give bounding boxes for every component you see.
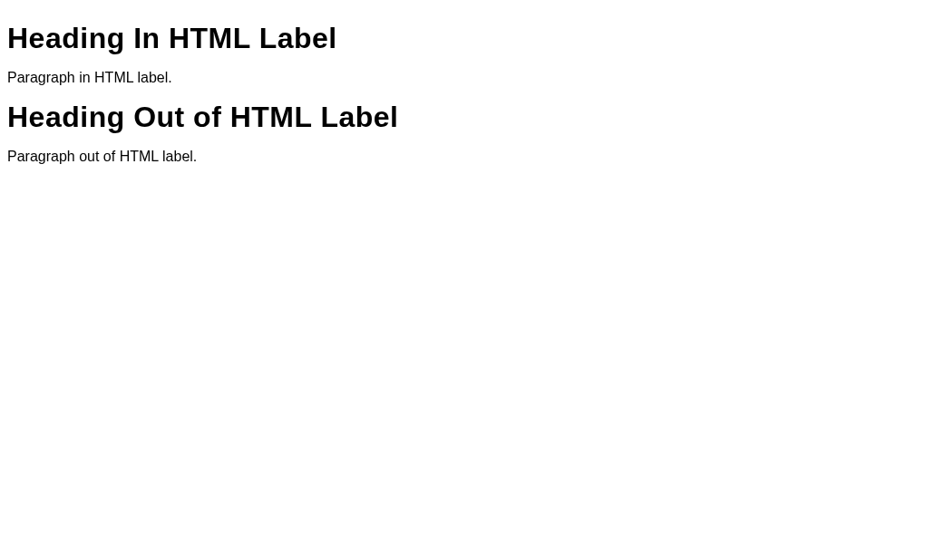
paragraph-in-html-label: Paragraph in HTML label. xyxy=(7,70,935,86)
heading-out-of-html-label: Heading Out of HTML Label xyxy=(7,101,935,134)
paragraph-out-of-html-label: Paragraph out of HTML label. xyxy=(7,149,935,165)
heading-in-html-label: Heading In HTML Label xyxy=(7,22,935,55)
